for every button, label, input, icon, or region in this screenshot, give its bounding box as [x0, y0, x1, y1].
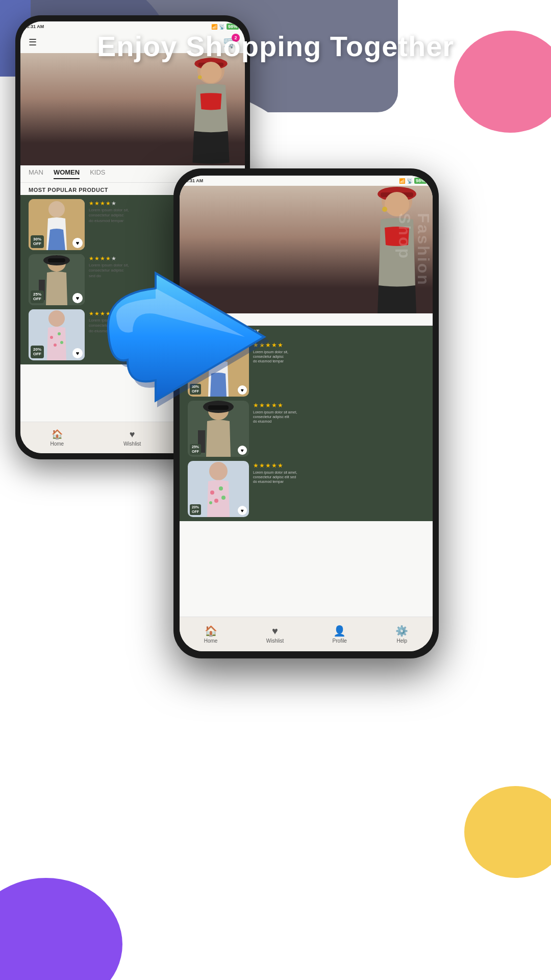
wishlist-icon-1: ♥ [130, 429, 135, 440]
desc-p2-3: Lorem ipsum dolor sit amet,consectetur a… [253, 470, 424, 484]
svg-point-13 [48, 310, 65, 327]
product-row-p2-3: 20%OFF ♥ ★★★★★ Lorem ipsum dolor sit ame… [184, 459, 429, 519]
svg-point-15 [58, 332, 61, 335]
product-info-p2-2: ★★★★★ Lorem ipsum dolor sit amet,consect… [253, 401, 424, 424]
arrow-icon [102, 265, 276, 429]
nav-wishlist-2[interactable]: ♥ Wishlist [266, 625, 284, 644]
tab-women[interactable]: WOMEN [54, 168, 80, 179]
svg-point-23 [382, 207, 387, 212]
stars-p2-2: ★★★★★ [253, 402, 424, 409]
stars-p2-3: ★★★★★ [253, 462, 424, 469]
home-label-1: Home [50, 441, 64, 447]
discount-badge-3: 20%OFF [31, 346, 44, 358]
page-title: Enjoy Shopping Together [26, 30, 525, 63]
status-icons-2: 📶 📡 98% [399, 178, 427, 184]
home-icon-2: 🏠 [205, 625, 217, 637]
product-img-p2-3: 20%OFF ♥ [188, 461, 249, 517]
tab-man[interactable]: MAN [29, 168, 43, 179]
home-label-2: Home [204, 638, 218, 644]
wifi-icon-2: 📡 [407, 178, 413, 184]
profile-label-2: Profile [333, 638, 347, 644]
wishlist-icon-2: ♥ [272, 625, 278, 637]
nav-profile-2[interactable]: 👤 Profile [333, 625, 347, 644]
svg-point-17 [60, 341, 63, 344]
svg-point-16 [54, 344, 57, 347]
svg-point-35 [214, 499, 218, 503]
wishlist-p2-2[interactable]: ♥ [238, 446, 247, 455]
status-bar-2: 3:31 AM 📶 📡 98% [180, 176, 433, 186]
wifi-icon-1: 📡 [219, 24, 225, 30]
battery-1: 98% [227, 23, 239, 30]
discount-p2-3: 20%OFF [190, 504, 201, 515]
help-label-2: Help [397, 638, 408, 644]
help-icon-2: ⚙️ [395, 625, 408, 637]
svg-point-33 [210, 491, 214, 495]
discount-p2-2: 25%OFF [190, 444, 201, 455]
product-image-1: 30%OFF ♥ [29, 199, 85, 250]
profile-icon-2: 👤 [333, 625, 346, 637]
product-info-p2-3: ★★★★★ Lorem ipsum dolor sit amet,consect… [253, 461, 424, 484]
battery-2: 98% [414, 178, 427, 184]
svg-point-37 [209, 501, 212, 504]
discount-badge-1: 30%OFF [31, 235, 44, 248]
arrow-container [102, 265, 276, 429]
wishlist-p2-3[interactable]: ♥ [238, 506, 247, 515]
product-info-p2-1: ★★★★★ Lorem ipsum dolor sit,consectetur … [253, 340, 424, 363]
product-image-3: 20%OFF ♥ [29, 309, 85, 360]
discount-badge-2: 25%OFF [31, 290, 44, 303]
status-icons-1: 📶 📡 98% [211, 23, 239, 30]
wishlist-label-1: Wishlist [123, 441, 141, 447]
product-image-2: 25%OFF ♥ [29, 254, 85, 305]
time-1: 3:31 AM [27, 24, 44, 29]
bottom-nav-2: 🏠 Home ♥ Wishlist 👤 Profile ⚙️ Help [180, 617, 433, 651]
svg-point-4 [198, 76, 202, 80]
svg-point-34 [219, 486, 223, 491]
time-2: 3:31 AM [186, 178, 203, 183]
svg-point-32 [209, 462, 228, 480]
nav-wishlist-1[interactable]: ♥ Wishlist [123, 429, 141, 447]
nav-home-2[interactable]: 🏠 Home [204, 625, 218, 644]
stars-p2-1: ★★★★★ [253, 341, 424, 349]
wishlist-btn-1[interactable]: ♥ [72, 238, 83, 248]
wishlist-label-2: Wishlist [266, 638, 284, 644]
svg-point-36 [221, 496, 226, 500]
svg-point-14 [50, 336, 53, 339]
nav-help-2[interactable]: ⚙️ Help [395, 625, 408, 644]
svg-rect-18 [320, 186, 433, 313]
svg-point-3 [201, 62, 222, 83]
signal-icon-1: 📶 [211, 24, 217, 30]
nav-home-1[interactable]: 🏠 Home [50, 429, 64, 447]
wishlist-btn-3[interactable]: ♥ [72, 348, 83, 358]
tab-kids[interactable]: KIDS [90, 168, 105, 179]
signal-icon-2: 📶 [399, 178, 405, 184]
home-icon-1: 🏠 [52, 429, 63, 440]
svg-point-22 [385, 192, 409, 216]
desc-p2-2: Lorem ipsum dolor sit amet,consectetur a… [253, 410, 424, 424]
desc-p2-1: Lorem ipsum dolor sit,consectetur adipis… [253, 350, 424, 363]
wishlist-btn-2[interactable]: ♥ [72, 293, 83, 303]
svg-point-6 [48, 201, 65, 217]
svg-rect-10 [48, 258, 65, 262]
